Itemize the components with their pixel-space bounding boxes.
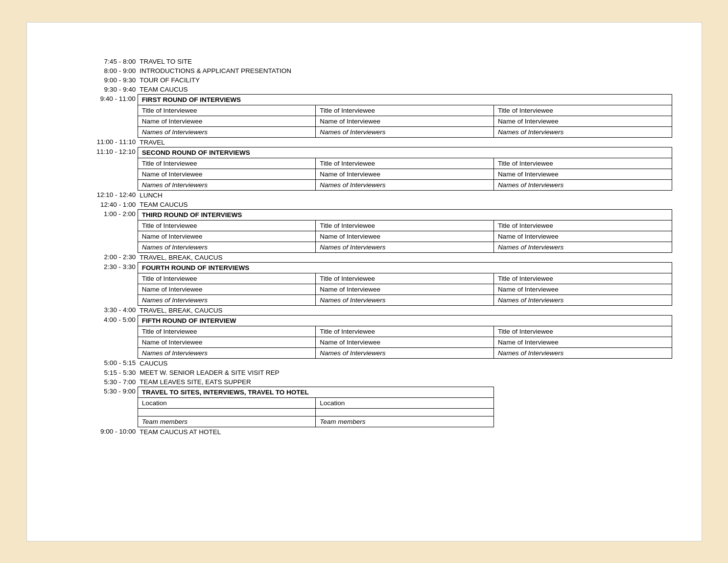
interviewers-name: Names of Interviewers — [493, 242, 672, 252]
schedule-row: 2:00 - 2:30 TRAVEL, BREAK, CAUCUS — [56, 252, 672, 262]
time-label: 2:30 - 3:30 — [56, 262, 138, 305]
interview-section-row: 4:00 - 5:00 FIFTH ROUND OF INTERVIEW — [56, 315, 672, 326]
event-label: LUNCH — [138, 190, 493, 200]
time-label: 2:00 - 2:30 — [56, 252, 138, 262]
interviewers-name: Names of Interviewers — [493, 294, 672, 305]
interviewers-name: Names of Interviewers — [316, 294, 494, 305]
interviewee-name: Name of Interviewee — [138, 284, 316, 294]
time-label: 9:00 - 10:00 — [56, 427, 138, 437]
round-header: SECOND ROUND OF INTERVIEWS — [138, 147, 672, 158]
schedule-row: 12:10 - 12:40 LUNCH — [56, 190, 672, 200]
time-label: 9:30 - 9:40 — [56, 85, 138, 95]
time-label: 11:00 - 11:10 — [56, 137, 138, 147]
interview-section-row: 2:30 - 3:30 FOURTH ROUND OF INTERVIEWS — [56, 262, 672, 273]
time-label: 12:40 - 1:00 — [56, 200, 138, 210]
interviewee-name: Name of Interviewee — [316, 116, 494, 126]
interviewee-title: Title of Interviewee — [316, 273, 494, 284]
interviewee-title: Title of Interviewee — [138, 273, 316, 284]
interview-interviewers-row: Names of Interviewers Names of Interview… — [56, 179, 672, 190]
interviewers-name: Names of Interviewers — [316, 179, 494, 190]
time-label: 5:30 - 7:00 — [56, 377, 138, 387]
interviewee-title: Title of Interviewee — [138, 105, 316, 116]
interviewee-name: Name of Interviewee — [493, 116, 672, 126]
interviewee-title: Title of Interviewee — [138, 220, 316, 231]
interviewee-name: Name of Interviewee — [316, 337, 494, 347]
interviewee-title: Title of Interviewee — [493, 273, 672, 284]
time-label: 5:15 - 5:30 — [56, 368, 138, 377]
interviewee-title: Title of Interviewee — [493, 326, 672, 337]
time-label: 9:40 - 11:00 — [56, 94, 138, 137]
event-label: TOUR OF FACILITY — [138, 75, 493, 85]
interviewee-name: Name of Interviewee — [316, 284, 494, 294]
interview-name-row: Name of Interviewee Name of Interviewee … — [56, 337, 672, 347]
round-header: FOURTH ROUND OF INTERVIEWS — [138, 262, 672, 273]
schedule-row: 9:00 - 9:30 TOUR OF FACILITY — [56, 75, 672, 85]
interview-section-row: 1:00 - 2:00 THIRD ROUND OF INTERVIEWS — [56, 209, 672, 220]
event-label: TEAM CAUCUS — [138, 85, 493, 95]
event-label: CAUCUS — [138, 358, 493, 368]
interview-title-row: Title of Interviewee Title of Interviewe… — [56, 158, 672, 169]
interviewers-name: Names of Interviewers — [316, 347, 494, 358]
interviewers-name: Names of Interviewers — [493, 347, 672, 358]
time-label: 9:00 - 9:30 — [56, 75, 138, 85]
interview-title-row: Title of Interviewee Title of Interviewe… — [56, 220, 672, 231]
interviewee-title: Title of Interviewee — [316, 326, 494, 337]
location-label: Location — [138, 397, 316, 408]
interviewee-name: Name of Interviewee — [493, 337, 672, 347]
time-label: 4:00 - 5:00 — [56, 315, 138, 358]
interviewee-name: Name of Interviewee — [316, 231, 494, 242]
interview-name-row: Name of Interviewee Name of Interviewee … — [56, 284, 672, 294]
interviewers-name: Names of Interviewers — [493, 179, 672, 190]
interviewee-title: Title of Interviewee — [138, 326, 316, 337]
schedule-row: 5:00 - 5:15 CAUCUS — [56, 358, 672, 368]
time-label: 5:00 - 5:15 — [56, 358, 138, 368]
time-label: 5:30 - 9:00 — [56, 387, 138, 427]
interviewee-name: Name of Interviewee — [138, 231, 316, 242]
event-label: MEET W. SENIOR LEADER & SITE VISIT REP — [138, 368, 493, 377]
team-members-label: Team members — [138, 416, 316, 427]
team-members-label: Team members — [316, 416, 494, 427]
interviewee-title: Title of Interviewee — [493, 220, 672, 231]
schedule-table: 7:45 - 8:00 TRAVEL TO SITE 8:00 - 9:00 I… — [56, 57, 672, 437]
round-header: THIRD ROUND OF INTERVIEWS — [138, 209, 672, 220]
event-label: TRAVEL, BREAK, CAUCUS — [138, 305, 493, 315]
interview-title-row: Title of Interviewee Title of Interviewe… — [56, 105, 672, 116]
interviewers-name: Names of Interviewers — [316, 242, 494, 252]
time-label: 12:10 - 12:40 — [56, 190, 138, 200]
interviewee-name: Name of Interviewee — [138, 116, 316, 126]
interviewee-title: Title of Interviewee — [493, 158, 672, 169]
interviewers-name: Names of Interviewers — [316, 126, 494, 137]
schedule-row: 12:40 - 1:00 TEAM CAUCUS — [56, 200, 672, 210]
interview-name-row: Name of Interviewee Name of Interviewee … — [56, 116, 672, 126]
interview-section-row: 11:10 - 12:10 SECOND ROUND OF INTERVIEWS — [56, 147, 672, 158]
interviewee-title: Title of Interviewee — [316, 220, 494, 231]
interviewers-name: Names of Interviewers — [138, 347, 316, 358]
event-label: TEAM CAUCUS — [138, 200, 493, 210]
event-label: TEAM LEAVES SITE, EATS SUPPER — [138, 377, 493, 387]
interview-interviewers-row: Names of Interviewers Names of Interview… — [56, 347, 672, 358]
schedule-row: 9:00 - 10:00 TEAM CAUCUS AT HOTEL — [56, 427, 672, 437]
interviewee-name: Name of Interviewee — [493, 284, 672, 294]
time-label: 8:00 - 9:00 — [56, 66, 138, 75]
schedule-row: 5:30 - 7:00 TEAM LEAVES SITE, EATS SUPPE… — [56, 377, 672, 387]
interviewee-title: Title of Interviewee — [316, 105, 494, 116]
travel-team-row: Team members Team members — [56, 416, 672, 427]
event-label: TRAVEL TO SITE — [138, 57, 493, 66]
interview-name-row: Name of Interviewee Name of Interviewee … — [56, 231, 672, 242]
event-label: TEAM CAUCUS AT HOTEL — [138, 427, 493, 437]
interviewee-name: Name of Interviewee — [493, 231, 672, 242]
time-label: 7:45 - 8:00 — [56, 57, 138, 66]
page: 7:45 - 8:00 TRAVEL TO SITE 8:00 - 9:00 I… — [26, 22, 702, 541]
event-label: TRAVEL — [138, 137, 493, 147]
interviewee-name: Name of Interviewee — [138, 169, 316, 179]
round-header: FIFTH ROUND OF INTERVIEW — [138, 315, 672, 326]
time-label: 1:00 - 2:00 — [56, 209, 138, 252]
travel-header: TRAVEL TO SITES, INTERVIEWS, TRAVEL TO H… — [138, 387, 493, 397]
interview-interviewers-row: Names of Interviewers Names of Interview… — [56, 294, 672, 305]
schedule-row: 8:00 - 9:00 INTRODUCTIONS & APPLICANT PR… — [56, 66, 672, 75]
schedule-row: 5:15 - 5:30 MEET W. SENIOR LEADER & SITE… — [56, 368, 672, 377]
interview-title-row: Title of Interviewee Title of Interviewe… — [56, 326, 672, 337]
interviewee-name: Name of Interviewee — [316, 169, 494, 179]
interviewee-title: Title of Interviewee — [493, 105, 672, 116]
interview-name-row: Name of Interviewee Name of Interviewee … — [56, 169, 672, 179]
